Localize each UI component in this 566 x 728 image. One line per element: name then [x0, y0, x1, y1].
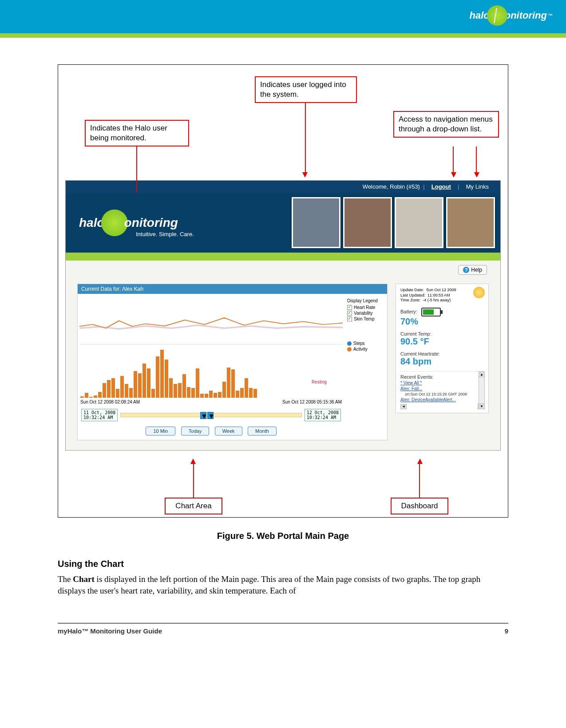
bar-chart[interactable]: Resting [79, 344, 343, 398]
hero-photos [292, 197, 500, 248]
checkbox-icon[interactable] [347, 317, 352, 321]
legend-item[interactable]: Variability [347, 311, 384, 316]
legend-label: Activity [353, 347, 368, 352]
checkbox-icon[interactable] [347, 305, 352, 310]
scroll-left-icon[interactable]: ◄ [400, 404, 407, 409]
range-month-button[interactable]: Month [248, 427, 277, 435]
brand-right: onitoring [505, 10, 547, 21]
hero-photo [343, 197, 392, 248]
legend-label: Skin Temp [354, 317, 375, 321]
footer-page-number: 9 [505, 627, 508, 635]
brand-tm: ™ [548, 13, 553, 18]
arrow-line [419, 463, 420, 499]
slider-end-date-1: 12 Oct, 2008 [307, 410, 339, 415]
help-icon: ? [463, 267, 469, 273]
bar [214, 393, 217, 398]
bar [253, 389, 257, 398]
legend-item[interactable]: Steps [347, 341, 384, 346]
body-paragraph: The Chart is displayed in the left porti… [58, 574, 508, 596]
bar [174, 384, 177, 398]
line-chart-svg [79, 313, 343, 336]
bar [187, 387, 190, 398]
events-label: Recent Events: [400, 374, 484, 380]
help-row: ? Help [66, 261, 500, 275]
slider-end-date: 12 Oct, 2008 10:32:24 AM [305, 409, 341, 421]
bar [245, 378, 248, 398]
bar [156, 356, 159, 398]
hero-photo [395, 197, 443, 248]
bar [182, 374, 186, 398]
temp-value: 90.5 °F [400, 336, 484, 347]
checkbox-icon[interactable] [347, 311, 352, 316]
arrow-line [193, 463, 194, 499]
bar [200, 394, 204, 398]
bar [178, 383, 182, 398]
arrowhead-up-icon [190, 459, 196, 464]
range-week-button[interactable]: Week [215, 427, 242, 435]
range-10min-button[interactable]: 10 Min [146, 427, 175, 435]
slider-start-date-1: 11 Oct, 2008 [83, 410, 115, 415]
event-sub: on:Sun Oct 12 15:15:26 GMT 2008 [400, 392, 484, 396]
bar [129, 388, 133, 398]
arrowhead-up-icon [417, 459, 423, 464]
footer-rule [58, 623, 508, 624]
logout-link[interactable]: Logout [431, 183, 451, 190]
help-button[interactable]: ? Help [458, 265, 487, 275]
legend-item[interactable]: Skin Temp [347, 317, 384, 321]
arrowhead-down-icon [474, 172, 479, 178]
bar [94, 396, 97, 398]
line-chart[interactable] [79, 296, 343, 344]
bar [249, 388, 253, 398]
meta-label: Time Zone: [400, 298, 420, 302]
dot-icon [347, 347, 352, 352]
view-all-link[interactable]: * View All * [400, 380, 484, 385]
hero-photo [446, 197, 495, 248]
slider-track[interactable]: ▼ ▼ [120, 413, 302, 417]
scroll-down-icon[interactable]: ▼ [479, 404, 484, 409]
legend-header: Display Legend [347, 298, 384, 303]
hero-photo [292, 197, 340, 248]
legend-item[interactable]: Heart Rate [347, 305, 384, 310]
bar [147, 368, 150, 398]
callout-logged-in-user: Indicates user logged into the system. [255, 76, 357, 103]
event-link[interactable]: Alex: Fall... [400, 386, 484, 391]
time-slider-row: 11 Oct, 2008 10:32:24 AM ▼ ▼ 12 Oct, 200… [79, 406, 343, 424]
x-end: Sun Oct 12 2008 05:15:36 AM [282, 400, 342, 404]
heartrate-value: 84 bpm [400, 356, 484, 367]
bar [165, 360, 168, 398]
dot-icon [347, 341, 352, 346]
bar [89, 397, 93, 398]
bar [160, 350, 164, 398]
my-links-link[interactable]: My Links [466, 183, 489, 190]
range-today-button[interactable]: Today [181, 427, 209, 435]
events-hscroll[interactable]: ◄ ► [400, 404, 484, 409]
portal-screenshot: Welcome, Robin (#53) | Logout | My Links… [65, 180, 501, 451]
bar [85, 393, 88, 398]
accent-bar [0, 33, 566, 38]
footer-title: myHalo™ Monitoring User Guide [58, 627, 162, 635]
chart-graphs: Resting Sun Oct 12 2008 02:08:24 AM Sun … [78, 294, 344, 440]
slider-handle-left[interactable]: ▼ [200, 412, 206, 419]
chart-title: Current Data for: Alex Kah [78, 284, 387, 294]
callout-dashboard: Dashboard [391, 498, 448, 514]
bar [111, 378, 115, 398]
meta-label: Last Updated: [400, 293, 425, 297]
legend-item[interactable]: Activity [347, 347, 384, 352]
scroll-up-icon[interactable]: ▲ [479, 372, 484, 377]
portal-logo-left: halo [79, 216, 105, 230]
bar [134, 371, 137, 398]
slider-handle-right[interactable]: ▼ [207, 412, 214, 419]
event-link[interactable]: Alex: DeviceAvailableAlert... [400, 397, 484, 402]
meta-value: 11:00:53 AM [427, 293, 450, 297]
brand-logo: halo onitoring ™ [469, 5, 553, 26]
battery-label: Battery: [400, 309, 417, 314]
events-scrollbar[interactable]: ▲ ▼ [479, 372, 485, 409]
portal-logo-right: onitoring [124, 216, 178, 230]
bar [151, 389, 155, 398]
slider-end-date-2: 10:32:24 AM [307, 415, 339, 420]
portal-logo-circle-icon [101, 210, 128, 236]
temp-label: Current Temp: [400, 331, 484, 336]
brand-circle-icon [487, 5, 507, 26]
arrow-line [305, 103, 306, 173]
legend-label: Heart Rate [354, 305, 375, 310]
